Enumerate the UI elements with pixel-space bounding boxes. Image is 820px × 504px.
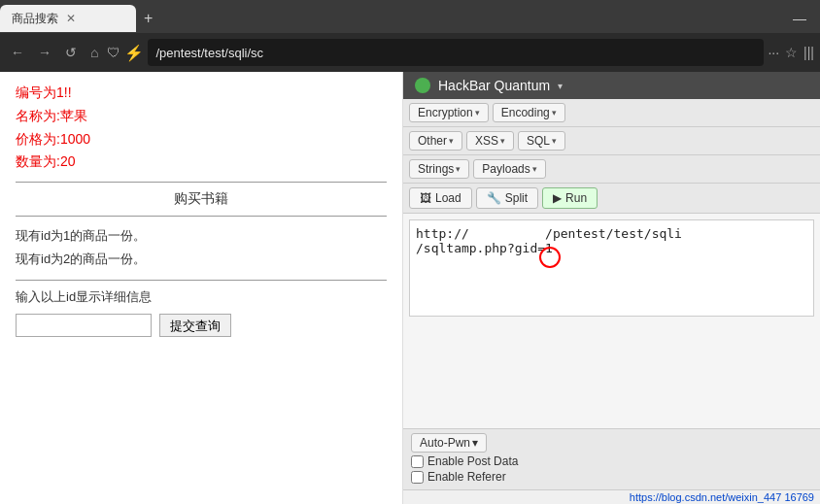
product-id: 编号为1!! [16, 82, 387, 105]
encryption-button[interactable]: Encryption ▾ [409, 103, 489, 122]
query-row: 提交查询 [16, 314, 387, 337]
load-label: Load [435, 191, 461, 205]
load-icon: 🖼 [420, 191, 431, 205]
load-button[interactable]: 🖼 Load [409, 187, 472, 209]
payloads-label: Payloads [482, 162, 530, 176]
split-icon: 🔧 [487, 191, 501, 205]
xss-label: XSS [475, 134, 498, 148]
auto-pwn-label: Auto-Pwn [420, 436, 470, 450]
divider-1 [16, 182, 387, 183]
back-button[interactable]: ← [6, 41, 29, 64]
library-icon[interactable]: ||| [803, 45, 814, 60]
enable-post-checkbox[interactable] [411, 455, 424, 468]
encoding-arrow-icon: ▾ [552, 108, 557, 118]
product-qty: 数量为:20 [16, 151, 387, 174]
split-button[interactable]: 🔧 Split [476, 187, 538, 209]
enable-post-label: Enable Post Data [427, 454, 518, 468]
xss-arrow-icon: ▾ [500, 136, 505, 146]
left-panel: 编号为1!! 名称为:苹果 价格为:1000 数量为:20 购买书籍 现有id为… [0, 72, 403, 504]
security-warning-icon: ⚡ [124, 44, 144, 62]
url-line2: /sqltamp.php?gid=1 [416, 241, 553, 255]
auto-pwn-arrow-icon: ▾ [472, 436, 478, 450]
home-button[interactable]: ⌂ [85, 41, 103, 64]
encryption-label: Encryption [418, 106, 473, 119]
strings-button[interactable]: Strings ▾ [409, 159, 469, 179]
shield-icon: 🛡 [107, 45, 120, 60]
strings-label: Strings [418, 162, 454, 176]
auto-pwn-row: Auto-Pwn ▾ [411, 433, 812, 453]
more-icon[interactable]: ··· [768, 45, 779, 60]
hackbar-panel: HackBar Quantum ▾ Encryption ▾ Encoding … [403, 72, 820, 504]
enable-referer-label: Enable Referer [427, 470, 506, 484]
reload-button[interactable]: ↺ [60, 41, 82, 64]
encryption-arrow-icon: ▾ [475, 108, 480, 118]
window-controls: — [783, 11, 820, 26]
url-textbox[interactable]: http:// /pentest/test/sqli /sqltamp.php?… [409, 219, 814, 317]
active-tab[interactable]: 商品搜索 ✕ [0, 5, 136, 32]
run-button[interactable]: ▶ Run [542, 187, 598, 209]
auto-pwn-button[interactable]: Auto-Pwn ▾ [411, 433, 487, 453]
divider-2 [16, 216, 387, 217]
tab-title: 商品搜索 [12, 11, 58, 27]
url-display-area: http:// /pentest/test/sqli /sqltamp.php?… [409, 219, 814, 422]
url-line1: http:// /pentest/test/sqli [416, 226, 682, 241]
sql-arrow-icon: ▾ [552, 136, 557, 146]
nav-extra-icons: ··· ☆ ||| [768, 45, 814, 60]
new-tab-button[interactable]: + [136, 10, 160, 27]
purchase-item-2: 现有id为2的商品一份。 [16, 248, 387, 270]
id-info-label: 输入以上id显示详细信息 [16, 288, 387, 306]
run-icon: ▶ [553, 191, 562, 205]
enable-post-row: Enable Post Data [411, 454, 812, 468]
encoding-button[interactable]: Encoding ▾ [493, 103, 565, 122]
product-price: 价格为:1000 [16, 128, 387, 151]
submit-query-button[interactable]: 提交查询 [159, 314, 231, 337]
hackbar-toolbar-row2: Other ▾ XSS ▾ SQL ▾ [403, 127, 820, 155]
tab-bar: 商品搜索 ✕ + — [0, 0, 820, 33]
divider-3 [16, 280, 387, 281]
hackbar-toolbar-row3: Strings ▾ Payloads ▾ [403, 155, 820, 184]
payloads-button[interactable]: Payloads ▾ [473, 159, 545, 179]
purchase-info: 现有id为1的商品一份。 现有id为2的商品一份。 [16, 224, 387, 270]
sql-label: SQL [527, 134, 550, 148]
product-info: 编号为1!! 名称为:苹果 价格为:1000 数量为:20 [16, 82, 387, 174]
forward-button[interactable]: → [33, 41, 56, 64]
buy-books-heading: 购买书籍 [16, 190, 387, 208]
xss-button[interactable]: XSS ▾ [466, 131, 514, 151]
payloads-arrow-icon: ▾ [532, 164, 537, 174]
content-area: 编号为1!! 名称为:苹果 价格为:1000 数量为:20 购买书籍 现有id为… [0, 72, 820, 504]
other-arrow-icon: ▾ [449, 136, 454, 146]
strings-arrow-icon: ▾ [456, 164, 461, 174]
purchase-item-1: 现有id为1的商品一份。 [16, 224, 387, 247]
nav-bar: ← → ↺ ⌂ 🛡 ⚡ ··· ☆ ||| [0, 33, 820, 72]
sql-button[interactable]: SQL ▾ [518, 131, 565, 151]
hackbar-toolbar-row1: Encryption ▾ Encoding ▾ [403, 99, 820, 127]
other-button[interactable]: Other ▾ [409, 131, 462, 151]
hackbar-chevron-icon[interactable]: ▾ [558, 81, 563, 91]
status-bar: https://blog.csdn.net/weixin_447 16769 [403, 489, 820, 504]
encoding-label: Encoding [501, 106, 550, 119]
hackbar-actions: 🖼 Load 🔧 Split ▶ Run [403, 184, 820, 214]
tab-close-btn[interactable]: ✕ [66, 12, 76, 25]
hackbar-bottom: Auto-Pwn ▾ Enable Post Data Enable Refer… [403, 428, 820, 489]
enable-referer-checkbox[interactable] [411, 471, 424, 484]
hackbar-title: HackBar Quantum [438, 78, 550, 93]
status-url: https://blog.csdn.net/weixin_447 16769 [630, 491, 814, 503]
split-label: Split [505, 191, 528, 205]
url-bar[interactable] [148, 39, 764, 66]
run-label: Run [565, 191, 587, 205]
hackbar-logo-icon [415, 78, 430, 93]
other-label: Other [418, 134, 447, 148]
id-query-input[interactable] [16, 314, 152, 337]
minimize-button[interactable]: — [783, 11, 816, 26]
hackbar-header: HackBar Quantum ▾ [403, 72, 820, 99]
product-name: 名称为:苹果 [16, 105, 387, 128]
enable-referer-row: Enable Referer [411, 470, 812, 484]
bookmark-icon[interactable]: ☆ [785, 45, 798, 60]
